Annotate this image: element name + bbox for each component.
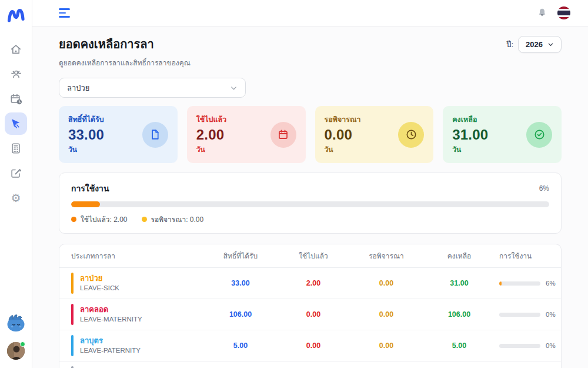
col-header-pending: รอพิจารณา [350,250,423,261]
calendar-clock-icon [9,92,23,106]
legend-item-used: ใช้ไปแล้ว: 2.00 [71,214,128,225]
usage-progress-track [71,201,549,207]
row-usage-percent: 6% [546,280,556,287]
row-usage-percent: 0% [546,311,556,318]
sidebar-item-leave[interactable] [5,112,27,135]
cell-pending: 0.00 [350,279,423,287]
calendar-icon [270,122,296,148]
col-header-entitled: สิทธิ์ที่ได้รับ [204,250,277,261]
sidebar: ⚙ [0,0,32,368]
year-filter: ปี: 2026 [506,36,562,53]
leave-code: LEAVE-PATERNITY [80,346,141,354]
row-progress-track [499,281,540,286]
clock-icon [398,122,424,148]
team-icon [9,68,23,81]
stat-card-pending: รอพิจารณา 0.00 วัน [315,106,434,163]
brand-m-wave-logo[interactable] [6,5,26,26]
stat-card-remaining: คงเหลือ 31.00 วัน [443,106,562,163]
col-header-type: ประเภทการลา [71,250,204,261]
sidebar-item-home[interactable] [5,38,27,61]
usage-percent: 6% [539,184,549,193]
page-title: ยอดคงเหลือการลา [59,35,191,54]
year-label: ปี: [506,38,513,51]
usage-summary-card: การใช้งาน 6% ใช้ไปแล้ว: 2.00 รอพิจารณา: … [59,173,562,234]
table-row-leave-paternity[interactable]: ลาบุตร LEAVE-PATERNITY 5.00 0.00 0.00 5.… [59,330,561,362]
page-subtitle: ดูยอดคงเหลือการลาและสิทธิ์การลาของคุณ [59,57,191,68]
legend-item-pending: รอพิจารณา: 0.00 [142,214,204,225]
notification-bell-icon[interactable] [536,7,548,19]
logo-icon [6,5,26,24]
user-avatar[interactable] [7,342,25,360]
cell-entitled: 5.00 [204,342,277,350]
col-header-remaining: คงเหลือ [423,250,496,261]
leave-code: LEAVE-SICK [80,284,119,292]
legend-dot-used [71,217,76,222]
mascot-icon [5,313,27,333]
col-header-usage: การใช้งาน [496,250,549,261]
main-area: ยอดคงเหลือการลา ดูยอดคงเหลือการลาและสิทธ… [32,0,588,368]
topbar-right [536,6,570,19]
row-accent-bar [71,335,74,356]
sidebar-item-settings[interactable]: ⚙ [5,187,27,209]
row-progress-fill [499,281,502,286]
legend-label: รอพิจารณา: 0.00 [151,214,204,225]
table-row-leave-bereavement[interactable]: ลางานศพ LEAVE-BEREAVEMENT 3.00 0.00 0.00… [59,362,561,368]
home-icon [9,43,22,56]
cell-pending: 0.00 [350,342,423,350]
calculator-icon [9,142,22,155]
leave-name: ลาบุตร [80,336,141,346]
online-status-dot [20,342,25,347]
sidebar-item-attendance[interactable] [5,88,27,110]
cell-entitled: 106.00 [204,310,277,319]
cell-entitled: 33.00 [204,279,277,287]
row-usage-percent: 0% [546,342,556,349]
sidebar-item-payroll[interactable] [5,137,27,160]
usage-title: การใช้งาน [71,182,109,195]
page-head: ยอดคงเหลือการลา ดูยอดคงเหลือการลาและสิทธ… [59,35,562,68]
cell-remaining: 31.00 [423,279,496,287]
cell-remaining: 5.00 [423,342,496,350]
settings-gear-icon: ⚙ [11,193,21,204]
check-circle-icon [526,122,552,148]
cell-used: 2.00 [277,279,350,287]
col-header-used: ใช้ไปแล้ว [277,250,350,261]
page-content: ยอดคงเหลือการลา ดูยอดคงเหลือการลาและสิทธ… [32,26,588,368]
leave-type-select[interactable]: ลาป่วย [59,78,246,98]
year-value: 2026 [526,40,543,49]
table-row-leave-maternity[interactable]: ลาคลอด LEAVE-MATERNITY 106.00 0.00 0.00 … [59,299,561,330]
usage-progress-fill [71,201,100,207]
year-select[interactable]: 2026 [518,36,562,53]
edit-document-icon [9,167,22,180]
row-progress-track [499,344,540,348]
topbar [32,0,588,26]
row-progress-track [499,313,540,317]
sidebar-item-requests[interactable] [5,162,27,184]
cursor-icon [9,117,22,130]
leave-table: ประเภทการลา สิทธิ์ที่ได้รับ ใช้ไปแล้ว รอ… [59,244,562,368]
stat-cards: สิทธิ์ที่ได้รับ 33.00 วัน ใช้ไปแล้ว 2.00… [59,106,562,163]
thai-flag-icon[interactable] [557,6,570,19]
usage-legend: ใช้ไปแล้ว: 2.00 รอพิจารณา: 0.00 [71,214,549,225]
cell-used: 0.00 [277,342,350,350]
hamburger-menu-icon[interactable] [59,8,70,18]
row-accent-bar [71,273,74,294]
sidebar-item-team[interactable] [5,63,27,85]
table-header: ประเภทการลา สิทธิ์ที่ได้รับ ใช้ไปแล้ว รอ… [59,244,561,268]
row-accent-bar [71,304,74,325]
legend-dot-pending [142,217,147,222]
blue-mascot-sticker[interactable] [5,313,27,335]
cell-pending: 0.00 [350,310,423,319]
chevron-down-icon [230,84,238,92]
sidebar-nav: ⚙ [5,38,27,209]
cell-used: 0.00 [277,310,350,319]
stat-card-used: ใช้ไปแล้ว 2.00 วัน [187,106,306,163]
leave-code: LEAVE-MATERNITY [80,315,142,323]
app-root: ⚙ [0,0,588,368]
document-icon [142,122,168,148]
legend-label: ใช้ไปแล้ว: 2.00 [81,214,128,225]
stat-card-entitled: สิทธิ์ที่ได้รับ 33.00 วัน [59,106,178,163]
cell-remaining: 106.00 [423,310,496,319]
table-row-leave-sick[interactable]: ลาป่วย LEAVE-SICK 33.00 2.00 0.00 31.00 … [59,268,561,299]
chevron-down-icon [547,41,554,48]
leave-type-selected: ลาป่วย [67,82,89,94]
